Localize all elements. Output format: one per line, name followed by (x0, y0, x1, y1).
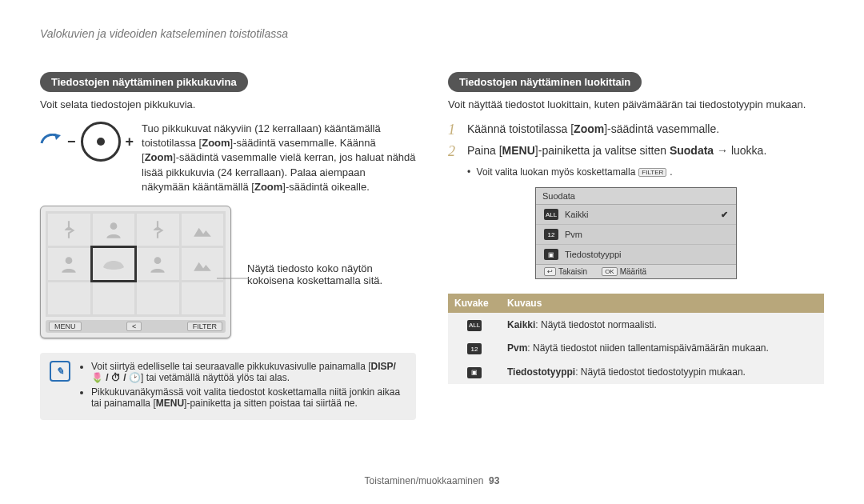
filter-menu-item: ALL Kaikki ✔ (536, 205, 736, 225)
txt-bold: Pvm (507, 342, 527, 354)
step-1: 1 Käännä toistotilassa [Zoom]-säädintä v… (448, 122, 824, 138)
txt-bold: Zoom (202, 137, 230, 149)
thumbnail (48, 214, 90, 246)
txt: Tiedostotyyppi (565, 250, 622, 259)
back-button: ↩Takaisin (544, 267, 587, 276)
txt-bold: MENU (156, 398, 184, 409)
step-number: 1 (448, 122, 459, 138)
step-2: 2 Paina [MENU]-painiketta ja valitse sit… (448, 143, 824, 160)
left-heading: Tiedostojen näyttäminen pikkukuvina (40, 72, 248, 92)
dial-icon (81, 122, 121, 162)
left-column: Tiedostojen näyttäminen pikkukuvina Voit… (40, 72, 416, 420)
txt: Pvm (565, 230, 582, 239)
note-item: Voit siirtyä edelliselle tai seuraavalle… (91, 361, 406, 383)
thumbnail (48, 282, 90, 314)
type-icon: ▣ (544, 249, 558, 260)
txt: . (670, 166, 672, 178)
plus-label: + (126, 134, 134, 150)
txt-bold: Suodata (670, 144, 714, 157)
callout-line-icon (217, 270, 249, 286)
thumbnail (182, 214, 224, 246)
txt: : Näytä tiedostot niiden tallentamispäiv… (527, 342, 769, 354)
note-icon: ✎ (50, 361, 70, 382)
left-intro: Voit selata tiedostojen pikkukuvia. (40, 98, 416, 110)
table-row: 12 Pvm: Näytä tiedostot niiden tallentam… (448, 337, 824, 361)
thumbnail (137, 214, 179, 246)
table-header-desc: Kuvaus (501, 294, 824, 313)
footer: Toistaminen/muokkaaminen 93 (0, 475, 864, 486)
menu-button-label: MENU (49, 322, 82, 331)
txt: Kaikki (565, 210, 588, 219)
txt: ] tai vetämällä näyttöä ylös tai alas. (141, 372, 290, 383)
all-icon: ALL (544, 209, 558, 220)
footer-section: Toistaminen/muokkaaminen (365, 475, 484, 486)
filter-menu-item: 12 Pvm (536, 225, 736, 245)
thumbnail-screen: MENU < FILTER (40, 206, 231, 338)
svg-point-1 (110, 222, 117, 230)
thumbnail (93, 282, 135, 314)
txt: ]-säädintä oikealle. (282, 181, 369, 193)
txt-bold: Zoom (254, 181, 282, 193)
table-header-icon: Kuvake (448, 294, 501, 313)
rotate-arrow-icon (40, 134, 62, 150)
thumbnail-selected (93, 248, 135, 280)
txt-bold: Zoom (145, 151, 173, 163)
thumbnail (137, 282, 179, 314)
txt: Voit siirtyä edelliselle tai seuraavalle… (91, 361, 371, 372)
txt-bold: Tiedostotyyppi (507, 366, 575, 378)
callout-area: Näytä tiedosto koko näytön kokoisena kos… (247, 224, 416, 320)
txt: Takaisin (558, 267, 587, 276)
txt-bold: Kaikki (507, 319, 535, 330)
txt: Voit valita luokan myös koskettamalla (477, 166, 636, 178)
thumbnail (48, 248, 90, 280)
icon-description-table: Kuvake Kuvaus ALL Kaikki: Näytä tiedosto… (448, 294, 824, 384)
txt: → luokka. (714, 144, 766, 157)
filter-mini-button: FILTER (638, 168, 666, 177)
table-row: ▣ Tiedostotyyppi: Näytä tiedostot tiedos… (448, 360, 824, 384)
txt: Paina [ (467, 144, 502, 157)
all-icon: ALL (467, 320, 482, 331)
svg-marker-0 (54, 134, 61, 140)
thumbnail (182, 282, 224, 314)
zoom-paragraph: Tuo pikkukuvat näkyviin (12 kerrallaan) … (142, 122, 416, 194)
filter-menu-title: Suodata (536, 188, 736, 205)
date-icon: 12 (467, 343, 482, 354)
txt: Määritä (620, 267, 646, 276)
txt: : Näytä tiedostot normaalisti. (535, 319, 656, 330)
ok-button: OKMääritä (602, 267, 646, 276)
zoom-dial-illustration: − + (40, 122, 134, 162)
step-number: 2 (448, 143, 459, 160)
footer-page: 93 (489, 475, 499, 486)
txt: OK (602, 267, 618, 276)
thumbnail (137, 248, 179, 280)
txt-bold: Zoom (574, 122, 604, 135)
right-column: Tiedostojen näyttäminen luokittain Voit … (448, 72, 824, 420)
txt: Käännä toistotilassa [ (467, 122, 574, 135)
note-item: Pikkukuvanäkymässä voit valita tiedostot… (91, 386, 406, 409)
table-row: ALL Kaikki: Näytä tiedostot normaalisti. (448, 313, 824, 337)
type-icon: ▣ (467, 367, 482, 378)
txt: ]-painiketta ja valitse sitten (535, 144, 670, 157)
txt-bold: MENU (502, 144, 535, 157)
callout-text: Näytä tiedosto koko näytön kokoisena kos… (247, 262, 416, 286)
thumbnail (93, 214, 135, 246)
check-icon: ✔ (721, 210, 728, 220)
txt: ]-säädintä vasemmalle. (604, 122, 719, 135)
svg-point-3 (154, 257, 162, 264)
date-icon: 12 (544, 229, 558, 240)
minus-label: − (67, 134, 76, 150)
page-title: Valokuvien ja videoiden katseleminen toi… (40, 27, 288, 40)
txt: : Näytä tiedostot tiedostotyypin mukaan. (575, 366, 746, 378)
svg-point-2 (66, 257, 73, 264)
filter-menu-item: ▣ Tiedostotyyppi (536, 245, 736, 264)
filter-button-label: FILTER (187, 322, 222, 331)
right-intro: Voit näyttää tiedostot luokittain, kuten… (448, 98, 824, 110)
share-button-label: < (126, 322, 142, 331)
substep: • Voit valita luokan myös koskettamalla … (467, 166, 824, 178)
txt: ]-painiketta ja sitten poistaa tai siirt… (184, 398, 358, 409)
filter-menu-illustration: Suodata ALL Kaikki ✔ 12 Pvm ▣ Tiedostoty… (535, 187, 737, 279)
right-heading: Tiedostojen näyttäminen luokittain (448, 72, 642, 92)
note-box: ✎ Voit siirtyä edelliselle tai seuraaval… (40, 353, 416, 420)
